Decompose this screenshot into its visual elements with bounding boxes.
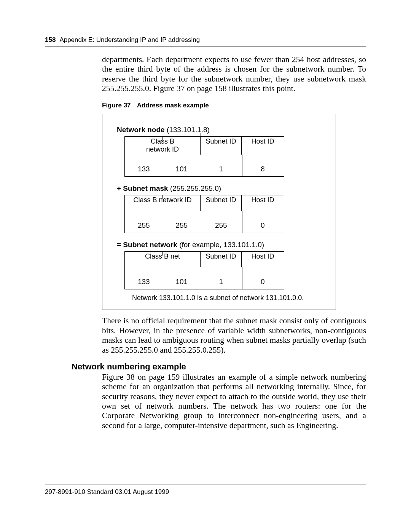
hdr-host-id: Host ID: [242, 137, 284, 155]
fig-block2-title-bold: + Subnet mask: [117, 184, 168, 192]
fig-block3-headers: Class B net Subnet ID Host ID: [124, 251, 284, 267]
octet-4: 0: [242, 221, 284, 233]
hdr-subnet-id: Subnet ID: [201, 137, 242, 155]
fig-block3-values: 133 101 1 0: [124, 267, 284, 289]
hdr-subnet-id: Subnet ID: [201, 195, 242, 211]
fig-block1-headers: Class B network ID Subnet ID Host ID: [124, 136, 284, 155]
tick-mark: [162, 252, 163, 256]
figure-title: Address mask example: [137, 102, 209, 109]
hdr-network-id: Class B network ID: [125, 137, 201, 155]
figure-number: Figure 37: [102, 102, 131, 109]
paragraph-network-numbering: Figure 38 on page 159 illustrates an exa…: [45, 372, 366, 430]
tick-mark: [163, 155, 163, 161]
page: 158 Appendix E: Understanding IP and IP …: [0, 0, 411, 532]
octet-3: 1: [201, 165, 241, 176]
tick-mark: [163, 211, 163, 218]
octet-2: 101: [163, 165, 201, 176]
fig-block2-title: + Subnet mask (255.255.255.0): [117, 184, 321, 193]
fig-block3-title: = Subnet network (for example, 133.101.1…: [117, 241, 321, 249]
octet-1: 255: [125, 221, 163, 233]
running-header: 158 Appendix E: Understanding IP and IP …: [45, 36, 366, 46]
fig-block1-title-bold: Network node: [117, 126, 165, 134]
figure-footnote: Network 133.101.1.0 is a subnet of netwo…: [117, 294, 321, 302]
footer-text: 297-8991-910 Standard 03.01 August 1999: [45, 488, 169, 495]
octet-2: 101: [163, 278, 201, 289]
hdr-network-id: Class B net: [125, 252, 201, 267]
octet-1: 133: [125, 165, 163, 176]
fig-block2-table: Class B network ID Subnet ID Host ID 255…: [124, 195, 284, 233]
hdr-network-id-l2: network ID: [125, 145, 200, 153]
fig-block3-title-rest: (for example, 133.101.1.0): [177, 241, 264, 249]
body: departments. Each department expects to …: [45, 46, 366, 430]
tick-mark: [163, 267, 163, 274]
fig-block3-table: Class B net Subnet ID Host ID 133 101: [124, 251, 284, 289]
fig-block1-title-rest: (133.101.1.8): [165, 126, 210, 134]
octet-4: 0: [242, 278, 284, 289]
fig-block2-title-rest: (255.255.255.0): [168, 184, 221, 192]
tick-mark: [162, 137, 163, 141]
page-number: 158: [45, 36, 56, 44]
fig-block1-values: 133 101 1 8: [124, 155, 284, 177]
running-title: Appendix E: Understanding IP and IP addr…: [59, 36, 200, 44]
tick-mark: [162, 195, 163, 199]
figure-37-box: Network node (133.101.1.8) Class B netwo…: [102, 114, 336, 310]
octet-2: 255: [163, 221, 201, 233]
fig-block1-table: Class B network ID Subnet ID Host ID 133…: [124, 136, 284, 177]
octet-3: 255: [201, 221, 241, 233]
fig-block2-headers: Class B network ID Subnet ID Host ID: [124, 195, 284, 211]
paragraph-intro: departments. Each department expects to …: [45, 55, 366, 93]
hdr-host-id: Host ID: [242, 252, 284, 267]
page-footer: 297-8991-910 Standard 03.01 August 1999: [45, 484, 366, 496]
fig-block2-values: 255 255 255 0: [124, 211, 284, 233]
fig-block3-title-bold: = Subnet network: [117, 241, 177, 249]
hdr-host-id: Host ID: [242, 195, 284, 211]
octet-3: 1: [201, 278, 241, 289]
octet-4: 8: [242, 165, 284, 176]
octet-1: 133: [125, 278, 163, 289]
figure-37-caption: Figure 37 Address mask example: [45, 102, 366, 109]
fig-block1-title: Network node (133.101.1.8): [117, 126, 321, 134]
hdr-subnet-id: Subnet ID: [201, 252, 242, 267]
section-heading-network-numbering: Network numbering example: [45, 362, 366, 372]
tick-mark: [201, 133, 201, 136]
paragraph-after-figure: There is no official requirement that th…: [45, 316, 366, 355]
hdr-network-id: Class B network ID: [125, 195, 201, 211]
